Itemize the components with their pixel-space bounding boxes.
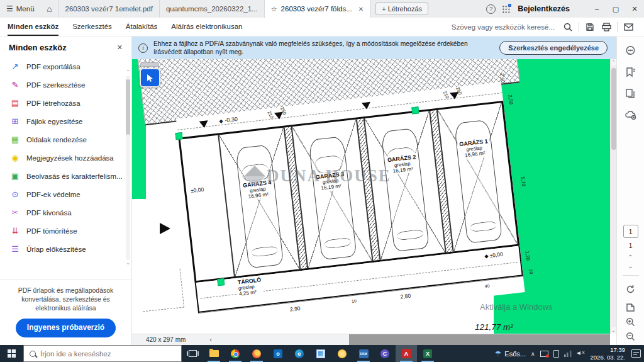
canvas-scrollbar[interactable]: ⌃ ⌄ bbox=[610, 59, 616, 334]
volume-muted-icon[interactable] bbox=[577, 350, 586, 358]
menubar-item-minden-eszkoz[interactable]: Minden eszköz bbox=[8, 18, 58, 36]
orange-app-button[interactable] bbox=[331, 345, 353, 362]
acrobat-button[interactable]: Λ bbox=[396, 345, 417, 362]
collapse-status-icon[interactable]: ‹ bbox=[209, 336, 211, 343]
device-tray-icon[interactable] bbox=[553, 350, 559, 358]
scroll-down-icon[interactable]: ⌄ bbox=[126, 260, 130, 266]
tab-label: 260303 vezér7 földs... bbox=[281, 5, 352, 13]
sidebar-item-protect-pdf[interactable]: ⊙ PDF-ek védelme bbox=[0, 185, 131, 203]
umbrella-icon: ☂ bbox=[495, 349, 502, 358]
free-trial-button[interactable]: Ingyenes próbaverzió bbox=[16, 319, 116, 337]
page-canvas[interactable]: 210 250 210 250 ◆ -0,30 ±0,00 bbox=[132, 59, 610, 334]
weather-widget[interactable]: ☂ Esős... bbox=[495, 349, 526, 358]
start-button[interactable] bbox=[0, 345, 23, 362]
task-view-button[interactable] bbox=[182, 345, 203, 362]
menu-label: Menü bbox=[16, 5, 35, 13]
sidebar-item-add-comments[interactable]: ◉ Megjegyzések hozzáadása bbox=[0, 149, 131, 167]
search-icon bbox=[30, 351, 36, 357]
action-center-icon[interactable] bbox=[631, 349, 641, 358]
create-tab-button[interactable]: + Létrehozás bbox=[375, 3, 428, 15]
fit-page-icon[interactable] bbox=[626, 303, 635, 312]
sidebar-item-combine-files[interactable]: ⊞ Fájlok egyesítése bbox=[0, 112, 131, 130]
excel-icon: X bbox=[423, 349, 432, 358]
tool-handle[interactable] bbox=[140, 62, 159, 67]
green-corner-marker bbox=[411, 106, 419, 114]
star-icon[interactable]: ☆ bbox=[271, 5, 277, 13]
menubar-item-atalakitas[interactable]: Átalakítás bbox=[126, 18, 158, 36]
scrollbar-thumb[interactable] bbox=[611, 68, 616, 150]
outlook-button[interactable]: o bbox=[267, 345, 289, 362]
sidebar-item-compress-pdf[interactable]: ⇊ PDF tömörítése bbox=[0, 222, 131, 240]
minimize-button[interactable]: – bbox=[587, 0, 606, 18]
print-icon[interactable] bbox=[598, 23, 614, 31]
duna-house-watermark: DUNA HOUSE bbox=[247, 166, 391, 186]
page-status-bar: 420 x 297 mm ‹ bbox=[132, 334, 610, 345]
floating-tool-popup[interactable] bbox=[138, 62, 161, 88]
tab-close-icon[interactable]: ✕ bbox=[358, 6, 364, 13]
zoom-out-icon[interactable] bbox=[626, 332, 635, 341]
c-app-button[interactable]: C bbox=[374, 345, 396, 362]
taskbar-search-input[interactable] bbox=[40, 350, 160, 358]
menu-button[interactable]: ☰ Menü bbox=[0, 0, 41, 18]
sidebar-close-icon[interactable]: ✕ bbox=[117, 43, 123, 52]
direction-arrow bbox=[160, 223, 170, 234]
dimension-text: 2,10 bbox=[499, 73, 506, 84]
sidebar-scrollbar[interactable]: ⌃ ⌄ bbox=[125, 69, 131, 266]
search-label[interactable]: Szöveg vagy eszközök keresé... bbox=[452, 23, 555, 31]
mail-icon[interactable] bbox=[620, 23, 636, 31]
firefox-button[interactable] bbox=[246, 345, 267, 362]
display-tray-icon[interactable] bbox=[540, 351, 548, 357]
taskbar-search[interactable] bbox=[23, 345, 182, 362]
scrollbar-thumb[interactable] bbox=[126, 79, 130, 135]
sidebar-item-pdf-export[interactable]: ↗ PDF exportálása bbox=[0, 57, 131, 76]
edge-button[interactable]: e bbox=[289, 345, 310, 362]
enable-editing-button[interactable]: Szerkesztés engedélyezése bbox=[499, 41, 608, 55]
menubar-item-szerkesztes[interactable]: Szerkesztés bbox=[72, 18, 112, 36]
sign-in-button[interactable]: Bejelentkezés bbox=[518, 4, 570, 13]
scroll-up-icon[interactable]: ⌃ bbox=[612, 59, 616, 65]
help-icon[interactable]: ? bbox=[486, 4, 496, 14]
tab-1emelet[interactable]: 260303 vezér7 1emelet.pdf bbox=[58, 0, 159, 18]
sidebar-header: Minden eszköz ✕ bbox=[0, 37, 131, 57]
close-button[interactable]: ✕ bbox=[625, 0, 644, 18]
dsm-button[interactable]: DSM bbox=[353, 345, 374, 362]
scrollbar-track[interactable] bbox=[611, 65, 616, 327]
sidebar-item-extract-pdf[interactable]: ✂ PDF kivonása bbox=[0, 203, 131, 222]
menubar-item-alairas[interactable]: Aláírás elektronikusan bbox=[171, 18, 242, 36]
scroll-down-icon[interactable]: ⌄ bbox=[612, 327, 616, 334]
page-controls: 1 ⌃ ⌄ bbox=[622, 225, 640, 341]
maximize-button[interactable]: ▢ bbox=[606, 0, 625, 18]
rotate-page-icon[interactable] bbox=[622, 280, 640, 298]
photos-button[interactable] bbox=[310, 345, 331, 362]
clock-widget[interactable]: 17:39 2026. 03. 22. bbox=[591, 346, 625, 361]
network-tray-icon[interactable] bbox=[564, 350, 572, 357]
tab-quantumcms[interactable]: quantumcms_20260322_1... bbox=[159, 0, 264, 18]
search-icon[interactable] bbox=[560, 23, 576, 31]
sidebar-item-pdf-edit[interactable]: ✎ PDF szerkesztése bbox=[0, 76, 131, 94]
sidebar-item-scan-ocr[interactable]: ▣ Beolvasás és karakterfelism... bbox=[0, 167, 131, 185]
comments-icon[interactable] bbox=[622, 42, 640, 59]
page-thumbnails-icon[interactable] bbox=[622, 84, 640, 102]
car-top-view bbox=[308, 136, 357, 260]
chrome-button[interactable] bbox=[225, 345, 246, 362]
select-tool-button[interactable] bbox=[140, 68, 160, 88]
file-explorer-button[interactable] bbox=[203, 345, 225, 362]
zoom-in-icon[interactable] bbox=[626, 317, 635, 327]
scroll-up-icon[interactable]: ⌃ bbox=[126, 69, 130, 76]
home-button[interactable]: ⌂ bbox=[41, 4, 58, 14]
excel-button[interactable]: X bbox=[417, 345, 438, 362]
page-number-input[interactable] bbox=[623, 225, 638, 238]
tray-expand-icon[interactable]: ∧ bbox=[531, 351, 535, 357]
scrollbar-track[interactable] bbox=[126, 76, 130, 260]
sidebar-item-pdf-create[interactable]: ▤ PDF létrehozása bbox=[0, 94, 131, 112]
next-page-icon[interactable]: ⌄ bbox=[628, 262, 633, 271]
sidebar-item-organize-pages[interactable]: ▦ Oldalak rendezése bbox=[0, 130, 131, 149]
previous-page-icon[interactable]: ⌃ bbox=[628, 253, 633, 262]
cloud-sync-icon[interactable] bbox=[622, 106, 640, 123]
tab-foldszint-active[interactable]: ☆ 260303 vezér7 földs... ✕ bbox=[264, 0, 370, 18]
save-icon[interactable] bbox=[582, 23, 598, 31]
sidebar-item-prepare-form[interactable]: ☰ Űrlap előkészítése bbox=[0, 240, 131, 258]
apps-grid-icon[interactable] bbox=[502, 5, 510, 13]
bookmarks-icon[interactable] bbox=[622, 63, 640, 81]
toolbar-divider bbox=[617, 22, 618, 32]
